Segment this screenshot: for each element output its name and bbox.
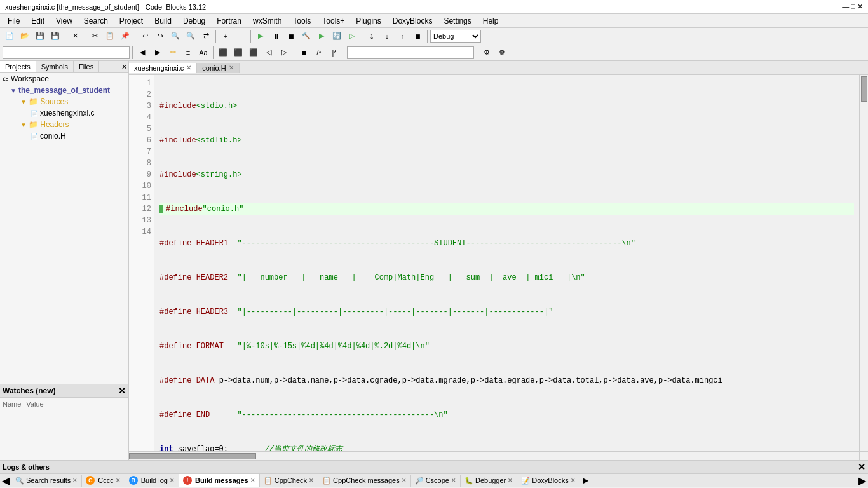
tree-workspace[interactable]: 🗂 Workspace (0, 73, 128, 85)
maximize-button[interactable]: □ (851, 3, 855, 10)
go-forward-button[interactable]: ▶ (151, 46, 165, 60)
paste-button[interactable]: 📌 (118, 29, 132, 43)
menu-view[interactable]: View (51, 15, 78, 27)
tab-conio[interactable]: conio.H ✕ (197, 63, 239, 73)
global-input[interactable] (3, 46, 130, 59)
open-file-button[interactable]: 📂 (18, 29, 32, 43)
tree-file-main[interactable]: 📄 xueshengxinxi.c (0, 107, 128, 119)
compile-run-button[interactable]: ▶ (315, 29, 329, 43)
match-button[interactable]: ≡ (181, 46, 195, 60)
debug-run-button[interactable]: ▷ (345, 29, 359, 43)
menu-plugins[interactable]: Plugins (351, 15, 386, 27)
menu-doxyblocks[interactable]: DoxyBlocks (388, 15, 438, 27)
log-tab-cppcheck-msg[interactable]: 📋 CppCheck messages ✕ (318, 475, 411, 487)
close-button[interactable]: ✕ (857, 3, 863, 10)
code-editor[interactable]: #include<stdio.h> #include<stdlib.h> #in… (154, 75, 859, 451)
menu-file[interactable]: File (3, 15, 25, 27)
log-tab-debugger-close[interactable]: ✕ (508, 477, 513, 484)
tgl-foldall-button[interactable]: |* (327, 46, 341, 60)
next-occurrence-button[interactable]: ⬛ (231, 46, 245, 60)
menu-help[interactable]: Help (478, 15, 504, 27)
run-button[interactable]: ▶ (254, 29, 268, 43)
tgl-comment-button[interactable]: /* (312, 46, 326, 60)
step-in-button[interactable]: ↓ (380, 29, 394, 43)
menu-debug[interactable]: Debug (178, 15, 210, 27)
tab-conio-close[interactable]: ✕ (229, 64, 234, 71)
new-file-button[interactable]: 📄 (3, 29, 17, 43)
settings-btn[interactable]: ⚙ (480, 46, 494, 60)
editor-hscroll-thumb[interactable] (129, 453, 256, 459)
search-field[interactable] (347, 46, 474, 59)
log-tab-build-messages[interactable]: ! Build messages ✕ (179, 474, 260, 487)
log-tab-search-results-close[interactable]: ✕ (72, 477, 78, 484)
build-button[interactable]: 🔨 (299, 29, 313, 43)
editor-vscrollbar-thumb[interactable] (861, 76, 867, 102)
menu-project[interactable]: Project (114, 15, 148, 27)
zoom-out-button[interactable]: - (234, 29, 248, 43)
menu-tools-plus[interactable]: Tools+ (317, 15, 349, 27)
watches-close-button[interactable]: ✕ (118, 386, 126, 396)
stop-debug-button[interactable]: ⏹ (410, 29, 424, 43)
select-all-occ-button[interactable]: ⬛ (247, 46, 261, 60)
jump-button[interactable]: ✏ (166, 46, 180, 60)
log-tab-cppcheck-msg-close[interactable]: ✕ (402, 477, 407, 484)
sidebar-close-button[interactable]: ✕ (121, 63, 127, 71)
redo-button[interactable]: ↪ (153, 29, 167, 43)
editor-hscroll-track[interactable] (129, 452, 859, 460)
replace-button[interactable]: ⇄ (199, 29, 213, 43)
tree-sources-folder[interactable]: ▼ 📁 Sources (0, 96, 128, 107)
find-next-button[interactable]: 🔍 (184, 29, 198, 43)
tab-xueshengxinxi[interactable]: xueshengxinxi.c ✕ (129, 63, 197, 73)
cursor-back-button[interactable]: ◁ (262, 46, 276, 60)
menu-search[interactable]: Search (79, 15, 113, 27)
breakpoint-button[interactable]: ⏺ (297, 46, 311, 60)
log-tab-doxyblocks-close[interactable]: ✕ (571, 477, 576, 484)
log-tab-cppcheck-close[interactable]: ✕ (309, 477, 314, 484)
pause-button[interactable]: ⏸ (269, 29, 283, 43)
log-tab-cccc-close[interactable]: ✕ (116, 477, 121, 484)
save-button[interactable]: 💾 (33, 29, 47, 43)
log-tab-cccc[interactable]: C Cccc ✕ (82, 474, 125, 487)
save-all-button[interactable]: 💾 (48, 29, 62, 43)
log-tab-doxyblocks[interactable]: 📝 DoxyBlocks ✕ (517, 475, 580, 487)
tree-project[interactable]: ▼ the_message_of_student (0, 85, 128, 96)
log-tab-extra[interactable]: ▶ (583, 476, 588, 485)
cut-button[interactable]: ✂ (88, 29, 102, 43)
menu-build[interactable]: Build (149, 15, 177, 27)
tree-headers-folder[interactable]: ▼ 📁 Headers (0, 119, 128, 130)
prev-occurrence-button[interactable]: ⬛ (216, 46, 230, 60)
minimize-button[interactable]: — (842, 3, 849, 10)
logs-nav-left-button[interactable]: ◀ (0, 475, 11, 487)
log-tab-debugger[interactable]: 🐛 Debugger ✕ (461, 475, 517, 487)
close-file-button[interactable]: ✕ (68, 29, 82, 43)
go-back-button[interactable]: ◀ (135, 46, 149, 60)
step-out-button[interactable]: ↑ (395, 29, 409, 43)
debug-dropdown[interactable]: Debug (430, 30, 481, 43)
logs-close-button[interactable]: ✕ (858, 462, 865, 472)
editor-hscroll[interactable] (129, 451, 868, 460)
log-tab-build-messages-close[interactable]: ✕ (250, 477, 255, 484)
settings2-btn[interactable]: ⚙ (495, 46, 509, 60)
sidebar-tab-projects[interactable]: Projects (0, 61, 36, 72)
log-tab-build-log-close[interactable]: ✕ (170, 477, 175, 484)
zoom-in-button[interactable]: + (219, 29, 233, 43)
sidebar-tab-symbols[interactable]: Symbols (36, 61, 74, 72)
undo-button[interactable]: ↩ (138, 29, 152, 43)
copy-button[interactable]: 📋 (103, 29, 117, 43)
step-over-button[interactable]: ⤵ (365, 29, 379, 43)
rebuild-button[interactable]: 🔄 (330, 29, 344, 43)
log-tab-search-results[interactable]: 🔍 Search results ✕ (11, 475, 82, 487)
tree-file-conio[interactable]: 📄 conio.H (0, 130, 128, 142)
menu-edit[interactable]: Edit (26, 15, 50, 27)
menu-tools[interactable]: Tools (288, 15, 316, 27)
log-tab-cppcheck[interactable]: 📋 CppCheck ✕ (260, 475, 318, 487)
find-button[interactable]: 🔍 (168, 29, 182, 43)
log-tab-build-log[interactable]: B Build log ✕ (125, 474, 179, 487)
cursor-fwd-button[interactable]: ▷ (277, 46, 291, 60)
stop-button[interactable]: ⏹ (284, 29, 298, 43)
rename-button[interactable]: Aa (196, 46, 210, 60)
sidebar-tab-files[interactable]: Files (74, 61, 99, 72)
tab-xueshengxinxi-close[interactable]: ✕ (186, 64, 191, 71)
logs-nav-right-button[interactable]: ▶ (857, 475, 868, 487)
menu-settings[interactable]: Settings (438, 15, 476, 27)
